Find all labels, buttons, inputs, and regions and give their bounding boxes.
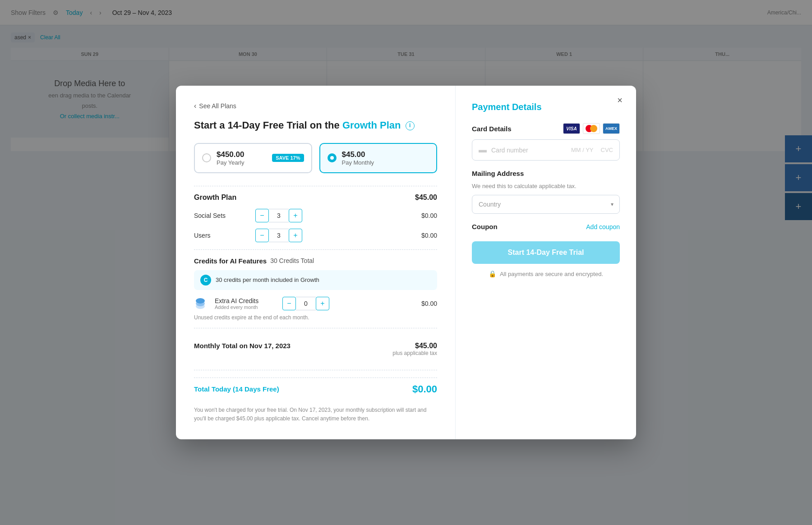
card-input[interactable]: ▬ Card number MM / YY CVC — [472, 139, 620, 161]
extra-credits-increase[interactable]: + — [316, 297, 329, 310]
total-today-label: Total Today (14 Days Free) — [194, 385, 279, 393]
social-sets-row: Social Sets − 3 + $0.00 — [194, 209, 437, 222]
start-trial-button[interactable]: Start 14-Day Free Trial — [472, 241, 620, 264]
credits-header: Credits for AI Features 30 Credits Total — [194, 257, 437, 265]
modal-overlay: × ‹ See All Plans Start a 14-Day Free Tr… — [0, 0, 812, 525]
modal-title: Start a 14-Day Free Trial on the Growth … — [194, 119, 437, 132]
monthly-total-row: Monthly Total on Nov 17, 2023 $45.00 plu… — [194, 336, 437, 363]
total-today-row: Total Today (14 Days Free) $0.00 — [194, 378, 437, 401]
close-button[interactable]: × — [613, 93, 627, 107]
modal: × ‹ See All Plans Start a 14-Day Free Tr… — [176, 86, 636, 439]
coupon-label: Coupon — [472, 223, 498, 230]
mailing-sub: We need this to calculate applicable tax… — [472, 183, 620, 189]
extra-credits-row: Extra AI Credits Added every month − 0 +… — [194, 296, 437, 311]
divider-2 — [194, 249, 437, 250]
billing-monthly[interactable]: $45.00 Pay Monthly — [319, 143, 438, 173]
plan-price: $45.00 — [415, 193, 437, 202]
plan-name: Growth Plan — [342, 120, 401, 131]
title-prefix: Start a 14-Day Free Trial on the — [194, 120, 340, 131]
credits-included-text: 30 credits per month included in Growth — [216, 276, 319, 283]
back-link-label: See All Plans — [199, 102, 236, 110]
social-sets-qty: 3 — [269, 209, 289, 222]
users-price: $0.00 — [421, 232, 437, 239]
card-icon: ▬ — [479, 145, 487, 155]
billing-options: $450.00 Pay Yearly SAVE 17% $45.00 Pay M… — [194, 143, 437, 173]
save-badge: SAVE 17% — [272, 154, 304, 162]
card-number-placeholder: Card number — [491, 147, 567, 154]
extra-credits-info: Extra AI Credits Added every month — [194, 296, 275, 311]
card-details-section: Card Details VISA AMEX — [472, 123, 620, 134]
extra-credits-decrease[interactable]: − — [282, 297, 296, 310]
users-qty: 3 — [269, 229, 289, 242]
mailing-label: Mailing Address — [472, 170, 620, 177]
modal-right-panel: Payment Details Card Details VISA AMEX — [456, 86, 636, 439]
payment-title: Payment Details — [472, 102, 620, 112]
users-label: Users — [194, 232, 248, 239]
card-logos: VISA AMEX — [563, 123, 620, 134]
yearly-period: Pay Yearly — [217, 159, 267, 166]
extra-credits-text: Extra AI Credits Added every month — [215, 297, 258, 310]
extra-credits-qty: 0 — [296, 297, 316, 310]
users-qty-control: − 3 + — [255, 229, 302, 242]
mc-circles — [586, 125, 597, 132]
coupon-row: Coupon Add coupon — [472, 223, 620, 230]
mailing-section: Mailing Address We need this to calculat… — [472, 170, 620, 214]
monthly-total-price: $45.00 plus applicable tax — [392, 342, 437, 356]
billing-yearly[interactable]: $450.00 Pay Yearly SAVE 17% — [194, 143, 312, 173]
monthly-total-tax: plus applicable tax — [392, 350, 437, 356]
social-sets-increase[interactable]: + — [289, 209, 302, 222]
users-decrease[interactable]: − — [255, 229, 269, 242]
svg-point-2 — [196, 298, 205, 304]
secure-note-text: All payments are secure and encrypted. — [500, 271, 603, 277]
credits-total: 30 Credits Total — [270, 257, 314, 264]
total-today-amount: $0.00 — [412, 383, 437, 395]
credits-label: Credits for AI Features — [194, 257, 267, 265]
users-increase[interactable]: + — [289, 229, 302, 242]
plan-row: Growth Plan $45.00 — [194, 193, 437, 202]
card-details-label: Card Details — [472, 125, 512, 133]
social-sets-price: $0.00 — [421, 212, 437, 219]
divider-3 — [194, 328, 437, 328]
monthly-total-amount: $45.00 — [392, 342, 437, 350]
social-sets-label: Social Sets — [194, 212, 248, 219]
country-select-wrapper: Country ▾ — [472, 195, 620, 214]
users-row: Users − 3 + $0.00 — [194, 229, 437, 242]
monthly-radio — [328, 153, 337, 162]
extra-credits-price: $0.00 — [421, 300, 437, 307]
info-icon[interactable]: i — [406, 121, 415, 130]
monthly-price: $45.00 — [342, 150, 429, 159]
trial-note: You won't be charged for your free trial… — [194, 406, 437, 423]
modal-left-panel: ‹ See All Plans Start a 14-Day Free Tria… — [176, 86, 456, 439]
yearly-info: $450.00 Pay Yearly — [217, 150, 267, 166]
monthly-info: $45.00 Pay Monthly — [342, 150, 429, 166]
divider-4 — [194, 370, 437, 370]
visa-logo: VISA — [563, 123, 580, 134]
secure-note: 🔒 All payments are secure and encrypted. — [472, 270, 620, 277]
monthly-total-label: Monthly Total on Nov 17, 2023 — [194, 342, 291, 350]
yearly-price: $450.00 — [217, 150, 267, 159]
amex-logo: AMEX — [603, 123, 620, 134]
social-sets-decrease[interactable]: − — [255, 209, 269, 222]
extra-credits-icon — [194, 296, 210, 311]
card-meta: MM / YY CVC — [571, 147, 613, 153]
cvc-placeholder: CVC — [601, 147, 613, 153]
back-arrow-icon: ‹ — [194, 102, 196, 110]
monthly-period: Pay Monthly — [342, 159, 429, 166]
yearly-radio — [202, 153, 211, 162]
add-coupon-button[interactable]: Add coupon — [586, 223, 620, 230]
divider-1 — [194, 186, 437, 186]
mm-yy-placeholder: MM / YY — [571, 147, 594, 153]
credits-included: C 30 credits per month included in Growt… — [194, 270, 437, 290]
credits-icon: C — [200, 275, 211, 286]
credits-expire: Unused credits expire at the end of each… — [194, 314, 437, 321]
extra-credits-qty-control: − 0 + — [282, 297, 329, 310]
social-sets-qty-control: − 3 + — [255, 209, 302, 222]
mastercard-logo — [583, 123, 600, 134]
country-select[interactable]: Country — [472, 195, 620, 214]
lock-icon: 🔒 — [489, 270, 496, 277]
mc-orange — [590, 125, 597, 132]
back-link[interactable]: ‹ See All Plans — [194, 102, 437, 110]
plan-label: Growth Plan — [194, 193, 236, 202]
